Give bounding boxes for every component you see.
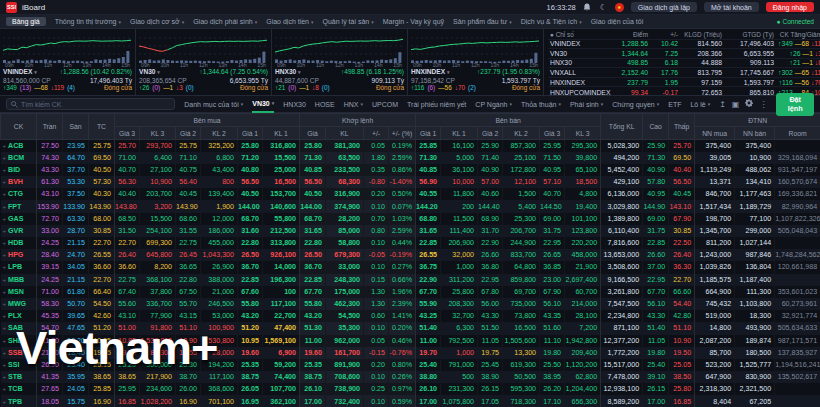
column-header[interactable]: Giá [300, 127, 326, 140]
add-watchlist-icon[interactable]: + [3, 167, 7, 173]
menu-item[interactable]: Bảng giá [6, 17, 46, 26]
export-icon[interactable]: ↥ [719, 100, 726, 109]
cell-ticker[interactable]: +MBB [1, 274, 37, 286]
add-watchlist-icon[interactable]: + [3, 277, 7, 283]
board-row[interactable]: +MWG58.3050.7054.5055.60336,70055.70246,… [1, 298, 820, 310]
search-box[interactable] [6, 98, 175, 110]
column-header[interactable]: Bên mua [115, 114, 300, 127]
bell-icon[interactable] [583, 3, 592, 12]
board-row[interactable]: +ACB27.5023.9525.7525.70293,70025.75325,… [1, 140, 820, 152]
column-header[interactable]: Sàn [63, 114, 89, 140]
board-row[interactable]: +FPT153.90133.90143.90143.803,200143.901… [1, 200, 820, 212]
menu-item[interactable]: Sản phẩm đầu tư▾ [453, 18, 512, 25]
board-row[interactable]: +MSN71.0061.8066.4067.4037,80067.5021,00… [1, 286, 820, 298]
add-watchlist-icon[interactable]: + [3, 313, 7, 319]
column-header[interactable]: KL 1 [263, 127, 300, 140]
column-header[interactable]: KL 1 [441, 127, 478, 140]
index-column-header[interactable]: +/- [650, 30, 680, 39]
cell-ticker[interactable]: +HPG [1, 249, 37, 261]
login-button[interactable]: Đăng nhập [766, 2, 814, 12]
column-header[interactable]: Thấp [669, 114, 695, 140]
paper-trading-button[interactable]: Giao dịch giả lập [631, 2, 697, 12]
cell-ticker[interactable]: +ACB [1, 140, 37, 152]
add-watchlist-icon[interactable]: + [3, 191, 7, 197]
menu-item[interactable]: Dịch vụ & Tiện ích▾ [521, 18, 582, 25]
board-row[interactable]: +SHB11.7010.2010.9510.851,538,80010.901,… [1, 335, 820, 347]
board-row[interactable]: +SSI26.9023.4025.1525.25300,00025.30194,… [1, 359, 820, 371]
cell-ticker[interactable]: +GAS [1, 213, 37, 225]
index-column-header[interactable]: CK Tăng/Giảm [776, 30, 820, 39]
language-flag-icon[interactable]: ★ [615, 3, 624, 12]
menu-item[interactable]: Thông tin thị trường▾ [55, 18, 121, 25]
tab-danh-m-c-c-a-t-i[interactable]: Danh mục của tôi▾ [184, 96, 243, 113]
tab-hose[interactable]: HOSE [315, 96, 335, 113]
more-options-icon[interactable]: ⋮ [759, 100, 767, 109]
board-row[interactable]: +LPB39.1534.0536.6036.608,20036.6526,900… [1, 261, 820, 273]
index-name[interactable]: HNX30 ▾ [275, 68, 301, 77]
cell-ticker[interactable]: +CTG [1, 188, 37, 200]
menu-item[interactable]: Giao dịch tiền▾ [266, 18, 313, 25]
cell-ticker[interactable]: +GVR [1, 225, 37, 237]
board-row[interactable]: +BVH61.3053.3057.3056.3010,90056.4080056… [1, 176, 820, 188]
cell-ticker[interactable]: +BID [1, 164, 37, 176]
index-column-header[interactable]: Điểm [610, 30, 650, 39]
column-header[interactable]: KL 2 [201, 127, 238, 140]
board-row[interactable]: +GVR33.0028.7030.8531.50254,10031.55186,… [1, 225, 820, 237]
cell-ticker[interactable]: +MSN [1, 286, 37, 298]
add-watchlist-icon[interactable]: + [3, 264, 7, 270]
board-row[interactable]: +BID43.3037.7040.5040.7027,10040.7543,40… [1, 164, 820, 176]
column-header[interactable]: KL 2 [503, 127, 540, 140]
column-header[interactable]: Giá 3 [540, 127, 565, 140]
tab-etf[interactable]: ETF [668, 96, 681, 113]
index-column-header[interactable]: KLGD (Triệu) [680, 30, 724, 39]
tab-ph-i-sinh[interactable]: Phái sinh▾ [570, 96, 603, 113]
add-watchlist-icon[interactable]: + [3, 289, 7, 295]
menu-item[interactable]: Giao dịch cơ sở▾ [130, 18, 184, 25]
index-name[interactable]: VNINDEX ▾ [3, 68, 37, 77]
cell-ticker[interactable]: +STB [1, 371, 37, 383]
tab-cp-ng-nh[interactable]: CP Ngành▾ [475, 96, 512, 113]
dark-mode-icon[interactable]: ☾ [599, 3, 608, 12]
tab-tr-i-phi-u-ni-m-y-t[interactable]: Trái phiếu niêm yết [407, 96, 466, 113]
index-column-header[interactable]: ● Chỉ số [548, 30, 610, 39]
board-row[interactable]: +CTG43.1037.5040.3040.40203,70040.45139,… [1, 188, 820, 200]
menu-item[interactable]: Quản lý tài sản▾ [323, 18, 374, 25]
index-name[interactable]: HNX30 [548, 58, 610, 68]
column-header[interactable]: KL 3 [140, 127, 176, 140]
column-header[interactable]: Trần [37, 114, 63, 140]
board-row[interactable]: +STB41.3535.9538.6538.65217,90038.70117,… [1, 371, 820, 383]
column-header[interactable]: Bên bán [416, 114, 601, 127]
cell-ticker[interactable]: +SHB [1, 335, 37, 347]
index-row[interactable]: HNXINDEX237.791.9597.1591,593.797↑116 —5… [548, 77, 820, 87]
cell-ticker[interactable]: +SSB [1, 347, 37, 359]
add-watchlist-icon[interactable]: + [3, 252, 7, 258]
add-watchlist-icon[interactable]: + [3, 338, 7, 344]
column-header[interactable]: Giá 1 [238, 127, 263, 140]
tab-th-a-thu-n[interactable]: Thỏa thuận▾ [521, 96, 561, 113]
index-name[interactable]: HNXINDEX ▾ [411, 68, 449, 77]
menu-item[interactable]: Margin - Vay ký quỹ [383, 18, 444, 25]
index-row[interactable]: HNX30498.856.1844.888909.113↑21 —1 ↓8 [548, 58, 820, 68]
index-name[interactable]: VN30 ▾ [139, 68, 160, 77]
add-watchlist-icon[interactable]: + [3, 240, 7, 246]
cell-ticker[interactable]: +TPB [1, 395, 37, 407]
index-name[interactable]: HNXINDEX [548, 77, 610, 87]
add-watchlist-icon[interactable]: + [3, 204, 7, 210]
cell-ticker[interactable]: +PLX [1, 310, 37, 322]
column-header[interactable]: Room [775, 127, 820, 140]
index-row[interactable]: VNINDEX1,288.5610.42814.56017,496.403↑34… [548, 39, 820, 49]
index-name[interactable]: VN30 [548, 49, 610, 59]
index-name[interactable]: VNINDEX [548, 39, 610, 49]
add-watchlist-icon[interactable]: + [3, 374, 7, 380]
column-header[interactable]: Giá 1 [416, 127, 441, 140]
cell-ticker[interactable]: +LPB [1, 261, 37, 273]
column-header[interactable]: NN mua [695, 127, 735, 140]
tab-l-l-[interactable]: Lô lẻ▾ [690, 96, 710, 113]
add-watchlist-icon[interactable]: + [3, 350, 7, 356]
settings-gear-icon[interactable] [745, 99, 753, 109]
column-header[interactable]: CK [1, 114, 37, 140]
cell-ticker[interactable]: +BCM [1, 152, 37, 164]
menu-item[interactable]: Giao diện của tôi [591, 18, 644, 25]
cell-ticker[interactable]: +BVH [1, 176, 37, 188]
cell-ticker[interactable]: +SSI [1, 359, 37, 371]
